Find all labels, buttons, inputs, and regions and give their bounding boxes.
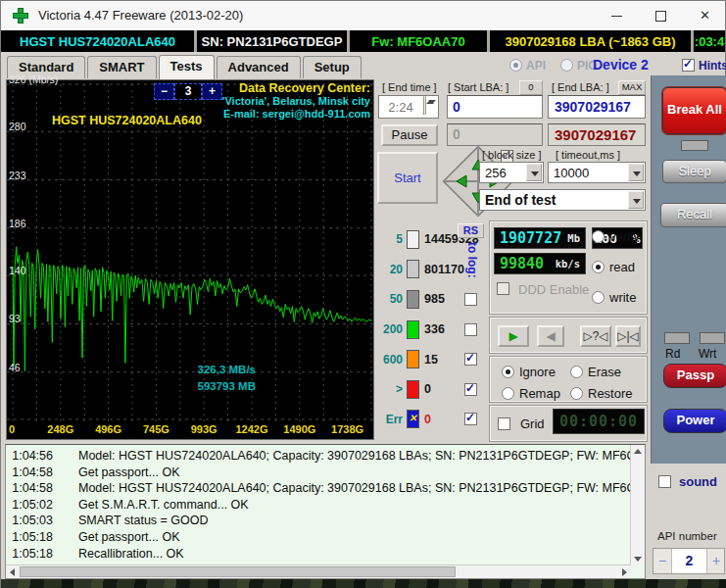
counter-color-swatch-icon (407, 230, 419, 249)
grid-checkbox[interactable] (498, 417, 510, 430)
readout-speed: 326,3 MB/s (152, 362, 256, 378)
defect-radio[interactable] (502, 366, 514, 378)
counter-row: 200 336 (377, 315, 485, 345)
log-time: 1:05:03 (6, 513, 53, 529)
api-plus-button[interactable]: + (707, 549, 725, 573)
y-axis-tick: 233 (9, 170, 26, 181)
end-time-value: 2:24 (379, 100, 422, 115)
action-dropdown[interactable]: End of test (479, 189, 646, 211)
counter-threshold-label: 50 (377, 292, 403, 306)
defect-radio[interactable] (570, 366, 583, 378)
start-lba-shadow-field: 0 (447, 123, 543, 146)
tab-smart[interactable]: SMART (87, 56, 156, 78)
scale-plus-button[interactable]: + (202, 83, 222, 100)
scroll-thumb[interactable] (20, 566, 456, 577)
log-text: SMART status = GOOD (78, 513, 209, 529)
counter-log-checkbox[interactable] (464, 383, 477, 396)
sleep-button[interactable]: Sleep (662, 160, 726, 183)
tab-bar: Standard SMART Tests Advanced Setup API … (1, 52, 725, 77)
defect-radio-row: Erase (570, 363, 639, 379)
speed-value: 99840 (500, 255, 544, 272)
passp-button[interactable]: Passp (663, 364, 726, 388)
log-text: Model: HGST HUS724020ALA640; Capacity: 3… (78, 480, 631, 497)
transport-button[interactable]: ▷?◁ (580, 325, 611, 347)
counter-log-checkbox[interactable] (464, 413, 477, 425)
break-all-button[interactable]: Break All (662, 87, 726, 134)
banner-line2: 'Victoria', Belarus, Minsk city (222, 95, 370, 108)
tab-setup[interactable]: Setup (303, 56, 362, 78)
pio-radio[interactable] (560, 59, 573, 72)
scale-minus-button[interactable]: − (154, 83, 174, 100)
timeout-arrow-icon[interactable] (628, 164, 644, 181)
counter-value: 15 (424, 353, 438, 367)
log-text: Get passport... OK (78, 465, 180, 481)
log-time: 1:05:02 (6, 497, 53, 514)
drive-firmware: Fw: MF6OAA70 (347, 30, 487, 52)
recall-button[interactable]: Recall (660, 203, 726, 227)
api-number-value: 2 (671, 549, 707, 573)
log-line: 1:04:56 Model: HGST HUS724020ALA640; Cap… (6, 448, 631, 465)
block-size-label: [ block size ] (482, 149, 542, 161)
sound-checkbox[interactable] (658, 475, 671, 488)
mode-radio[interactable] (592, 291, 605, 304)
drive-info-bar: HGST HUS724020ALA640 SN: PN2131P6GTDEGP … (1, 30, 725, 52)
counter-value: 336 (424, 322, 445, 336)
close-button[interactable]: ✕ (683, 1, 726, 30)
block-size-dropdown[interactable]: 256 (479, 162, 544, 183)
banner-title: Data Recovery Center: (222, 82, 370, 95)
end-time-down-button[interactable] (424, 96, 426, 115)
ddd-enable-checkbox[interactable] (497, 282, 509, 295)
max-button[interactable]: MAX (618, 80, 646, 95)
pause-button[interactable]: Pause (381, 124, 438, 146)
timer-lcd: 00:00:00 (553, 409, 645, 434)
scroll-right-icon[interactable] (618, 565, 631, 578)
start-lba-zero-button[interactable]: 0 (519, 80, 543, 95)
tab-advanced[interactable]: Advanced (217, 56, 301, 78)
counter-log-checkbox[interactable] (464, 353, 477, 366)
maximize-button[interactable] (639, 1, 683, 30)
to-log-label: to log: (463, 242, 479, 301)
api-number-spinner: − 2 + (653, 548, 725, 574)
end-time-spinner[interactable]: 2:24 (378, 95, 439, 119)
rs-button[interactable]: RS (458, 223, 484, 238)
transport-icon: ▷|◁ (617, 329, 639, 343)
action-arrow-icon[interactable] (628, 191, 644, 209)
defect-radio-row: Restore (570, 384, 639, 401)
log-lines: 1:04:56 Model: HGST HUS724020ALA640; Cap… (6, 445, 631, 565)
drive-capacity: 3907029168 LBA (~1863 GB) (487, 30, 691, 52)
api-minus-button[interactable]: − (653, 549, 671, 573)
scroll-left-icon[interactable] (6, 565, 19, 578)
defect-radio[interactable] (502, 387, 514, 400)
start-lba-input[interactable]: 0 (447, 95, 543, 119)
log-horizontal-scrollbar[interactable] (6, 564, 631, 578)
write-led-label: Wrt (699, 347, 716, 361)
log-line: 1:04:58 Model: HGST HUS724020ALA640; Cap… (6, 480, 631, 497)
mode-radio[interactable] (592, 230, 605, 243)
timeout-dropdown[interactable]: 10000 (548, 162, 646, 183)
sound-label: sound (679, 474, 717, 489)
transport-button[interactable]: ▶ (498, 325, 529, 347)
end-lba-input[interactable]: 3907029167 (548, 95, 646, 119)
minimize-button[interactable] (595, 1, 639, 30)
scroll-down-icon[interactable] (631, 553, 644, 565)
api-number-label: API number (657, 530, 717, 542)
counter-log-checkbox[interactable] (464, 323, 477, 336)
scroll-up-icon[interactable] (631, 445, 644, 458)
start-button[interactable]: Start (377, 152, 438, 204)
defect-radio[interactable] (570, 387, 583, 400)
log-vertical-scrollbar[interactable] (630, 445, 645, 565)
tab-tests[interactable]: Tests (159, 55, 215, 80)
block-size-arrow-icon[interactable] (526, 164, 542, 181)
transport-groupbox: ▶◀▷?◁▷|◁ (489, 317, 648, 354)
mode-radio-group: verify read write (592, 221, 640, 313)
mode-radio[interactable] (592, 261, 605, 273)
transport-button[interactable]: ◀ (537, 325, 564, 347)
hints-label: Hints (699, 59, 726, 73)
power-button[interactable]: Power (663, 409, 726, 433)
hints-checkbox[interactable] (682, 59, 695, 72)
transport-button[interactable]: ▷|◁ (615, 325, 641, 347)
x-axis-tick: 1242G (228, 423, 275, 435)
progress-groupbox: 1907727 Mb 100 % 99840 kb/s DDD Enable v… (489, 220, 648, 315)
api-radio[interactable] (509, 59, 522, 72)
y-axis-tick: 186 (9, 218, 26, 229)
